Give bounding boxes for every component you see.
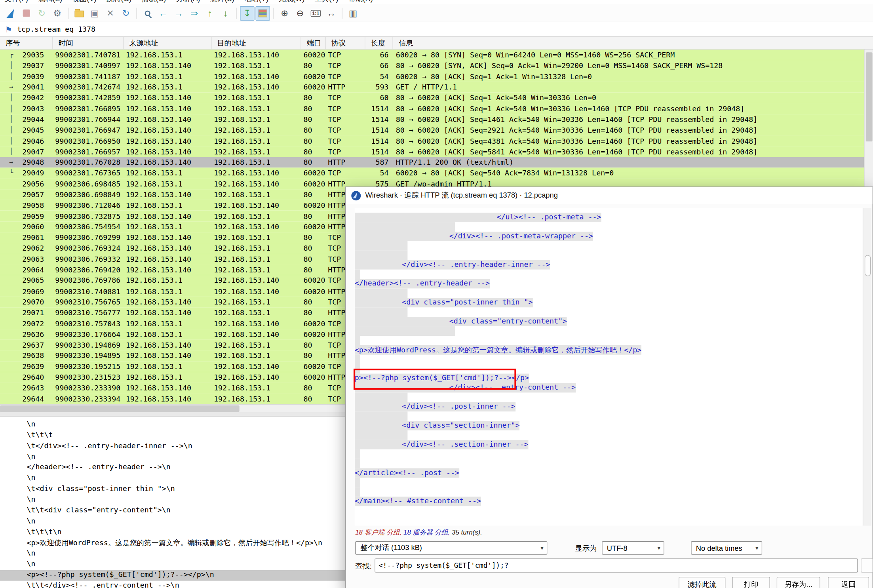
reload-file-button[interactable]: ↻: [119, 6, 133, 21]
stream-line-text: [355, 270, 360, 279]
cell-destination: 192.168.153.1: [211, 94, 301, 102]
stream-scrollbar-thumb[interactable]: [865, 255, 871, 276]
colorize-icon: [259, 9, 268, 17]
column-header-info[interactable]: 信息: [393, 37, 873, 49]
save-as-button[interactable]: 另存为...: [777, 577, 820, 588]
related-packet-mark-icon: [0, 266, 22, 274]
packet-row[interactable]: │2904799002301.766957192.168.153.140192.…: [0, 146, 864, 157]
stream-line: </ul><!-- .post-meta -->: [355, 213, 863, 222]
go-to-packet-button[interactable]: ⇒: [187, 6, 202, 21]
cell-destination: 192.168.153.140: [211, 169, 301, 177]
zoom-in-button[interactable]: ⊕: [277, 6, 292, 21]
related-packet-mark-icon: [0, 244, 22, 253]
delta-times-select[interactable]: No delta times ▾: [691, 541, 762, 555]
menu-item[interactable]: 编辑(E): [38, 0, 62, 4]
stream-line-text: [355, 459, 360, 468]
packet-number: 29072: [22, 320, 44, 328]
capture-options-button[interactable]: ⚙: [50, 6, 65, 21]
dialog-titlebar[interactable]: Wireshark · 追踪 HTTP 流 (tcp.stream eq 137…: [346, 187, 872, 204]
cell-no: │29037: [0, 61, 53, 70]
packet-row[interactable]: │2904699002301.766950192.168.153.140192.…: [0, 135, 864, 146]
menu-item[interactable]: 分析(A): [176, 0, 200, 4]
chevron-down-icon: ▾: [755, 545, 758, 551]
menu-item[interactable]: 无线(W): [278, 0, 304, 4]
cell-no: 29639: [0, 362, 53, 371]
open-file-button[interactable]: [72, 6, 86, 21]
colorize-button[interactable]: [255, 6, 270, 21]
menu-item[interactable]: 文件(F): [4, 0, 28, 4]
column-header-source[interactable]: 来源地址: [124, 37, 211, 49]
server-packets-stat: 18 服务器 分组,: [403, 529, 452, 537]
column-header-protocol[interactable]: 协议: [326, 37, 365, 49]
vscrollbar-thumb[interactable]: [866, 52, 873, 141]
capture-stop-button[interactable]: [19, 6, 34, 21]
menu-item[interactable]: 跳转(G): [107, 0, 131, 4]
cell-destination: 192.168.153.140: [211, 83, 301, 91]
column-header-destination[interactable]: 目的地址: [211, 37, 301, 49]
show-as-label: 显示为: [575, 544, 597, 554]
packet-row[interactable]: └2904999002301.767365192.168.153.1192.16…: [0, 168, 864, 179]
stream-line: [355, 222, 863, 232]
cell-no: 29638: [0, 352, 53, 360]
save-file-button[interactable]: ▣: [87, 6, 102, 21]
conversation-select[interactable]: 整个对话 (1103 kB) ▾: [355, 541, 547, 555]
go-top-button[interactable]: ↑: [203, 6, 217, 21]
filter-input[interactable]: tcp.stream eq 1378: [17, 25, 95, 33]
menu-item[interactable]: 视图(V): [72, 0, 97, 4]
go-back-button[interactable]: ←: [156, 6, 171, 21]
menu-item[interactable]: 帮助(H): [348, 0, 373, 4]
filter-bar: ⚑ tcp.stream eq 1378: [0, 22, 873, 37]
turns-stat: 35 turn(s).: [452, 529, 482, 537]
packet-row[interactable]: →2904899002301.767028192.168.153.140192.…: [0, 157, 864, 168]
capture-restart-button[interactable]: ↻: [34, 6, 49, 21]
zoom-100-button[interactable]: 1:1: [308, 6, 323, 21]
back-button[interactable]: 返回: [828, 577, 869, 588]
print-button[interactable]: 打印: [732, 577, 770, 588]
packet-row[interactable]: │2903799002301.740997192.168.153.140192.…: [0, 60, 864, 71]
menu-item[interactable]: 电话(Y): [244, 0, 268, 4]
stream-content[interactable]: </ul><!-- .post-meta --></div><!-- .post…: [355, 208, 863, 526]
zoom-out-button[interactable]: ⊖: [293, 6, 308, 21]
column-header-time[interactable]: 时间: [53, 37, 124, 49]
menu-item[interactable]: 捕获(C): [141, 0, 166, 4]
cell-destination: 192.168.153.140: [211, 330, 301, 339]
packet-row[interactable]: │2904499002301.766944192.168.153.140192.…: [0, 114, 864, 125]
packet-number: 29069: [22, 287, 44, 295]
close-file-button[interactable]: ✕: [103, 6, 118, 21]
packet-row[interactable]: │2903999002301.741187192.168.153.1192.16…: [0, 71, 864, 82]
column-header-port[interactable]: 端口: [301, 37, 326, 49]
column-header-length[interactable]: 长度: [365, 37, 393, 49]
filter-bookmark-icon[interactable]: ⚑: [0, 25, 17, 34]
cell-time: 99002310.757043: [53, 320, 124, 328]
menu-item[interactable]: 统计(S): [210, 0, 234, 4]
autoscroll-button[interactable]: ↧: [240, 6, 255, 21]
packet-row[interactable]: ┌2903599002301.740781192.168.153.1192.16…: [0, 49, 864, 60]
filter-out-stream-button[interactable]: 滤掉此流: [679, 577, 725, 588]
packet-row[interactable]: │2904599002301.766947192.168.153.140192.…: [0, 125, 864, 135]
packet-row[interactable]: │2904399002301.766895192.168.153.140192.…: [0, 103, 864, 114]
capture-start-button[interactable]: [3, 6, 18, 21]
toolbar-separator: [236, 8, 236, 19]
resize-columns-button[interactable]: ↔: [324, 6, 339, 21]
related-packet-mark-icon: [0, 255, 22, 263]
stream-scrollbar[interactable]: [863, 208, 871, 526]
cell-no: 29071: [0, 308, 53, 317]
show-as-select[interactable]: UTF-8 ▾: [602, 541, 664, 555]
find-packet-button[interactable]: [140, 6, 155, 21]
find-next-button[interactable]: [861, 558, 873, 572]
menu-item[interactable]: 工具(T): [315, 0, 339, 4]
reload-file-icon: ↻: [122, 9, 129, 18]
packet-row[interactable]: →2904199002301.742674192.168.153.1192.16…: [0, 82, 864, 93]
go-forward-button[interactable]: →: [171, 6, 186, 21]
find-input[interactable]: <!--?php system($_GET['cmd']);?: [375, 558, 858, 572]
hscrollbar-thumb[interactable]: [0, 405, 240, 412]
go-top-icon: ↑: [208, 9, 212, 18]
stream-line: [355, 326, 863, 336]
related-packet-mark-icon: [0, 308, 22, 317]
packet-number: 29643: [22, 384, 44, 392]
go-bottom-button[interactable]: ↓: [218, 6, 233, 21]
packet-row[interactable]: │2904299002301.742859192.168.153.140192.…: [0, 93, 864, 103]
columns-display-button[interactable]: ▥: [346, 6, 360, 21]
packet-number: 29062: [22, 244, 44, 253]
column-header-no[interactable]: 序号: [0, 37, 53, 49]
